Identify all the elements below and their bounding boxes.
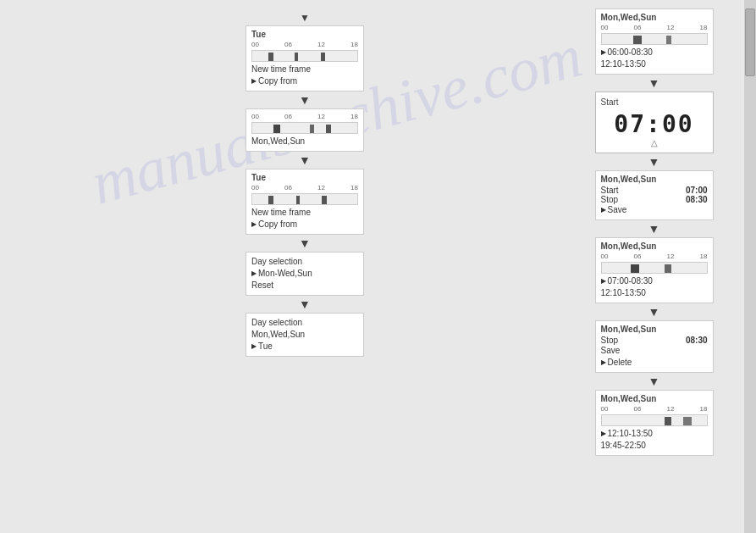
left-card-2: 00 06 12 18 Mon,Wed,Sun (246, 108, 364, 152)
right-card-5: Mon,Wed,Sun Stop 08:30 Save ▶ Delete (595, 320, 714, 373)
arrow-down-1: ▼ (299, 92, 311, 108)
right-card-5-title: Mon,Wed,Sun (601, 325, 708, 334)
left-card-5-item-3[interactable]: ▶ Tue (251, 341, 358, 353)
left-card-1-title: Tue (251, 30, 358, 39)
arrow-icon-r6: ▶ (601, 429, 606, 438)
arrow-icon-1: ▶ (251, 76, 257, 86)
right-arrow-down-1: ▼ (648, 75, 660, 92)
right-card-3-row-2: Stop 08:30 (601, 195, 708, 204)
left-card-3: Tue 00 06 12 18 New time frame ▶ Copy fr… (246, 169, 364, 235)
left-card-3-item-1[interactable]: New time frame (251, 207, 358, 219)
right-arrow-down-3: ▼ (648, 220, 660, 237)
left-card-4-item-1: Day selection (251, 256, 358, 268)
left-card-5-item-1: Day selection (251, 317, 358, 329)
right-timeline-labels-1: 00 06 12 18 (601, 24, 708, 31)
timeline-bar-2 (251, 122, 358, 134)
right-timeline-bar-6 (601, 414, 708, 426)
left-card-1: Tue 00 06 12 18 New time frame ▶ Copy fr… (246, 25, 364, 92)
right-timeline-labels-6: 00 06 12 18 (601, 405, 708, 413)
right-timeline-bar-1 (601, 33, 708, 45)
arrow-icon-5: ▶ (251, 341, 257, 351)
arrow-icon-3: ▶ (251, 219, 257, 229)
arrow-down-4: ▼ (299, 296, 311, 313)
scrollbar[interactable] (744, 0, 756, 533)
stop-label: Stop (601, 195, 619, 204)
right-time-display-value: 07:00 (601, 110, 708, 138)
left-card-5-item-2[interactable]: Mon,Wed,Sun (251, 329, 358, 341)
start-value: 07:00 (686, 186, 708, 195)
left-card-1-item-1[interactable]: New time frame (251, 64, 358, 75)
right-card-4-item-1[interactable]: ▶ 07:00-08:30 (601, 275, 708, 287)
right-card-1: Mon,Wed,Sun 00 06 12 18 ▶ 06:00-08:30 12… (595, 8, 714, 75)
right-card-6-item-2[interactable]: 19:45-22:50 (601, 440, 708, 452)
right-arrow-down-2: ▼ (648, 153, 660, 170)
right-card-6: Mon,Wed,Sun 00 06 12 18 ▶ 12:10-13:50 19… (595, 390, 714, 456)
right-card-5-row-1: Stop 08:30 (601, 336, 708, 345)
page-container: manualsarchive.com ▼ Tue 00 06 12 18 New… (0, 0, 756, 533)
left-card-4-item-3[interactable]: Reset (251, 280, 358, 291)
right-time-cursor: △ (601, 138, 708, 147)
arrow-icon-r1: ▶ (601, 47, 606, 57)
right-card-3-title: Mon,Wed,Sun (601, 175, 708, 184)
right-column: Mon,Wed,Sun 00 06 12 18 ▶ 06:00-08:30 12… (584, 8, 724, 456)
right-card-3-save[interactable]: ▶ Save (601, 204, 708, 216)
left-card-2-item-1[interactable]: Mon,Wed,Sun (251, 136, 358, 147)
left-card-4-item-2[interactable]: ▶ Mon-Wed,Sun (251, 268, 358, 280)
right-card-6-title: Mon,Wed,Sun (601, 394, 708, 403)
timeline-bar-1 (251, 50, 358, 62)
stop-value: 08:30 (686, 195, 708, 204)
timeline-bar-3 (251, 193, 358, 205)
right-timeline-bar-4 (601, 262, 708, 274)
right-time-display-label: Start (601, 97, 708, 107)
top-arrow-icon: ▼ (300, 8, 310, 25)
arrow-icon-r3: ▶ (601, 205, 606, 214)
right-card-4-title: Mon,Wed,Sun (601, 242, 708, 251)
timeline-labels-2: 00 06 12 18 (251, 113, 358, 120)
left-column: ▼ Tue 00 06 12 18 New time frame ▶ Copy … (229, 8, 381, 357)
right-card-4-item-2[interactable]: 12:10-13:50 (601, 287, 708, 299)
arrow-icon-r4: ▶ (601, 276, 606, 286)
scrollbar-thumb[interactable] (745, 8, 755, 76)
timeline-labels-1: 00 06 12 18 (251, 41, 358, 48)
right-card-1-title: Mon,Wed,Sun (601, 13, 708, 22)
right-arrow-down-5: ▼ (648, 373, 660, 390)
arrow-icon-r5: ▶ (601, 358, 606, 367)
right-card-1-item-1[interactable]: ▶ 06:00-08:30 (601, 47, 708, 58)
right-card-1-item-2[interactable]: 12:10-13:50 (601, 58, 708, 70)
start-label: Start (601, 186, 619, 195)
timeline-labels-3: 00 06 12 18 (251, 184, 358, 192)
left-card-4: Day selection ▶ Mon-Wed,Sun Reset (246, 252, 364, 296)
stop-label-2: Stop (601, 336, 619, 345)
stop-value-2: 08:30 (686, 336, 708, 345)
right-time-display: Start 07:00 △ (595, 92, 714, 153)
left-card-3-item-2[interactable]: ▶ Copy from (251, 219, 358, 230)
right-card-5-save[interactable]: Save (601, 345, 708, 357)
arrow-down-3: ▼ (299, 235, 311, 252)
left-card-3-title: Tue (251, 173, 358, 182)
right-arrow-down-4: ▼ (648, 303, 660, 320)
right-card-4: Mon,Wed,Sun 00 06 12 18 ▶ 07:00-08:30 12… (595, 237, 714, 303)
right-card-3-row-1: Start 07:00 (601, 186, 708, 195)
arrow-down-2: ▼ (299, 152, 311, 169)
right-card-3: Mon,Wed,Sun Start 07:00 Stop 08:30 ▶ Sav… (595, 170, 714, 220)
right-card-6-item-1[interactable]: ▶ 12:10-13:50 (601, 428, 708, 440)
right-card-5-delete[interactable]: ▶ Delete (601, 357, 708, 369)
right-timeline-labels-4: 00 06 12 18 (601, 253, 708, 260)
left-card-5: Day selection Mon,Wed,Sun ▶ Tue (246, 313, 364, 357)
left-card-1-item-2[interactable]: ▶ Copy from (251, 75, 358, 87)
arrow-icon-4: ▶ (251, 269, 257, 278)
